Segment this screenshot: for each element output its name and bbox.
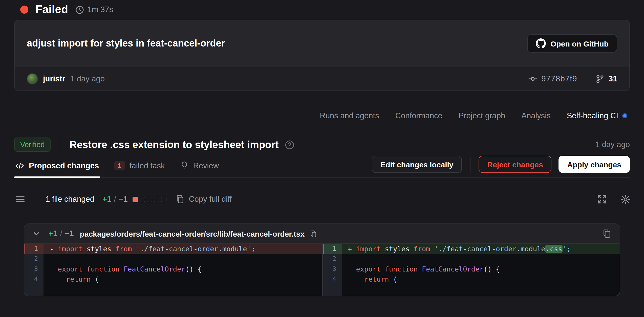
- tabs-row: Proposed changes1failed taskReview Edit …: [14, 155, 630, 178]
- diff-filler-row: [24, 284, 322, 296]
- duration: 1m 37s: [75, 5, 113, 14]
- clock-icon: [75, 5, 84, 14]
- slash: /: [114, 195, 116, 204]
- copy-icon: [176, 195, 185, 204]
- line-number: 2: [323, 254, 342, 264]
- tab-label: Review: [193, 161, 219, 170]
- commit-hash: 9778b7f9: [541, 74, 577, 83]
- nav-item-conformance[interactable]: Conformance: [395, 111, 442, 120]
- files-changed-label: 1 file changed: [46, 195, 94, 204]
- stat-square-empty: [161, 196, 166, 202]
- commit-link[interactable]: 9778b7f9: [528, 74, 577, 83]
- expand-icon[interactable]: [597, 194, 607, 204]
- tab-failed-task[interactable]: 1failed task: [113, 161, 166, 177]
- code-line: [44, 254, 322, 264]
- authored-time: 1 day ago: [70, 74, 105, 83]
- diff-stat-squares: [133, 196, 166, 202]
- diff-panel: +1 / −1 packages/orders/feat-cancel-orde…: [24, 223, 620, 296]
- status-header: Failed 1m 37s: [20, 3, 630, 17]
- file-header: +1 / −1 packages/orders/feat-cancel-orde…: [24, 224, 620, 244]
- code-icon: [15, 161, 24, 170]
- diff-line-added: 1+ import styles from './feat-cancel-ord…: [323, 244, 620, 254]
- run-card-meta: juristr 1 day ago 9778b7f9 31: [15, 67, 629, 90]
- stat-square-empty: [154, 196, 159, 202]
- line-number: 3: [24, 264, 44, 274]
- nav-links: Runs and agentsConformanceProject graphA…: [14, 110, 627, 121]
- code-line: + import styles from './feat-cancel-orde…: [342, 244, 620, 254]
- file-stats: +1 / −1: [49, 229, 74, 238]
- slash: /: [60, 229, 62, 238]
- gear-icon[interactable]: [620, 194, 631, 205]
- verified-badge: Verified: [14, 138, 51, 152]
- diff-left-pane: 1- import styles from './feat-cancel-ord…: [24, 244, 322, 296]
- nav-item-self-healing-ci[interactable]: Self-healing CI: [567, 111, 627, 120]
- copy-file-icon[interactable]: [603, 229, 612, 238]
- copy-full-diff-button[interactable]: Copy full diff: [176, 195, 232, 204]
- nav-item-runs-and-agents[interactable]: Runs and agents: [320, 111, 379, 120]
- code-line: - import styles from './feat-cancel-orde…: [44, 244, 322, 254]
- line-number: 4: [24, 274, 44, 284]
- edit-changes-locally-button[interactable]: Edit changes locally: [372, 156, 462, 173]
- tab-label: failed task: [130, 161, 165, 170]
- diff-line-context: 4 return (: [323, 274, 620, 284]
- copy-full-diff-label: Copy full diff: [189, 195, 232, 204]
- github-icon: [536, 38, 546, 49]
- code-line: [342, 254, 620, 264]
- stat-square-filled: [133, 196, 138, 202]
- nav-item-project-graph[interactable]: Project graph: [459, 111, 505, 120]
- fix-time: 1 day ago: [595, 140, 630, 149]
- stat-square-empty: [140, 196, 145, 202]
- diff-line-context: 3 export function FeatCancelOrder() {: [24, 264, 322, 274]
- diff-filler-row: [323, 284, 620, 296]
- branch-count[interactable]: 31: [595, 74, 617, 83]
- code-line: return (: [44, 274, 322, 284]
- nav-item-analysis[interactable]: Analysis: [521, 111, 550, 120]
- stat-square-empty: [147, 196, 152, 202]
- help-icon[interactable]: [285, 140, 294, 149]
- status-label: Failed: [35, 3, 68, 16]
- diff-right-pane: 1+ import styles from './feat-cancel-ord…: [322, 244, 620, 296]
- notification-dot-icon: [622, 113, 627, 118]
- line-number: 4: [323, 274, 342, 284]
- line-number: 3: [323, 264, 342, 274]
- apply-changes-button[interactable]: Apply changes: [559, 156, 630, 173]
- copy-path-icon[interactable]: [310, 230, 317, 237]
- code-line: export function FeatCancelOrder() {: [44, 264, 322, 274]
- run-card: adjust import for styles in feat-cancel-…: [14, 20, 630, 91]
- file-deletions: −1: [65, 229, 74, 238]
- diff-line-context: 2: [323, 254, 620, 264]
- divider: [60, 138, 60, 151]
- toolbar-icons: [597, 194, 631, 205]
- open-on-github-button[interactable]: Open on GitHub: [527, 34, 617, 53]
- fix-header: Verified Restore .css extension to style…: [14, 137, 630, 153]
- divider: [470, 157, 471, 172]
- additions-count: +1: [102, 195, 111, 204]
- diff-line-removed: 1- import styles from './feat-cancel-ord…: [24, 244, 322, 254]
- tabs: Proposed changes1failed taskReview: [14, 161, 220, 177]
- code-line: return (: [342, 274, 620, 284]
- file-additions: +1: [49, 229, 57, 238]
- code-filler: [342, 284, 620, 296]
- tab-proposed-changes[interactable]: Proposed changes: [14, 161, 100, 177]
- reject-changes-button[interactable]: Reject changes: [479, 156, 552, 173]
- status-dot-icon: [20, 6, 28, 14]
- code-filler: [44, 284, 322, 296]
- line-number: 2: [24, 254, 44, 264]
- avatar[interactable]: [27, 73, 38, 84]
- gutter-filler: [323, 284, 342, 296]
- actions: Edit changes locally Reject changes Appl…: [372, 156, 630, 173]
- duration-value: 1m 37s: [88, 5, 113, 14]
- git-branch-icon: [595, 74, 605, 83]
- tab-review[interactable]: Review: [179, 161, 220, 177]
- commit-icon: [528, 74, 537, 83]
- diff-line-context: 4 return (: [24, 274, 322, 284]
- run-title: adjust import for styles in feat-cancel-…: [27, 38, 225, 49]
- diff-body: 1- import styles from './feat-cancel-ord…: [24, 244, 620, 296]
- chevron-down-icon[interactable]: [32, 230, 40, 238]
- author-name[interactable]: juristr: [43, 74, 65, 83]
- failed-count-badge: 1: [114, 161, 125, 170]
- page: Failed 1m 37s adjust import for styles i…: [0, 3, 644, 317]
- diff-line-context: 3 export function FeatCancelOrder() {: [323, 264, 620, 274]
- menu-icon[interactable]: [15, 194, 25, 204]
- lightbulb-icon: [180, 161, 188, 170]
